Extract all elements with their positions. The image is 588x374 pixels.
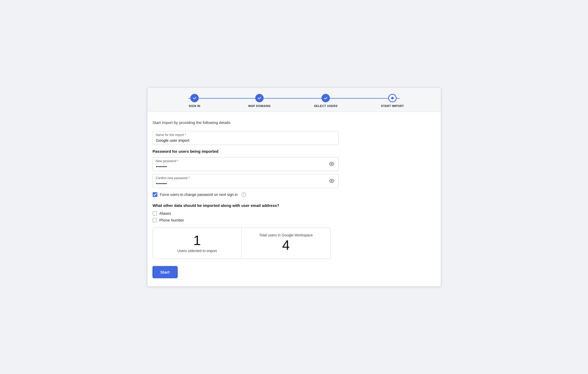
step-circle-map-domains: [255, 94, 264, 102]
page-subtitle: Start import by providing the following …: [153, 120, 432, 125]
password-section-title: Password for users being imported: [153, 149, 432, 154]
aliases-label: Aliases: [159, 211, 171, 216]
phone-label: Phone Number: [159, 218, 184, 222]
step-label-sign-in: SIGN IN: [189, 104, 200, 107]
import-name-input[interactable]: [153, 131, 339, 145]
force-change-row: Force users to change password on next s…: [153, 192, 432, 197]
import-name-field-container: Name for this import *: [153, 131, 339, 145]
confirm-password-input[interactable]: [153, 174, 339, 188]
stepper-line: [188, 98, 400, 99]
password-section: Password for users being imported New pa…: [153, 149, 432, 197]
step-circle-select-users: [321, 94, 330, 102]
checkmark-icon-3: [324, 96, 328, 100]
checkmark-icon: [192, 96, 197, 100]
force-change-checkbox[interactable]: [153, 192, 157, 197]
step-label-start-import: START IMPORT: [381, 104, 404, 107]
svg-point-1: [331, 180, 332, 182]
users-selected-box: 1 Users selected to import: [153, 228, 242, 259]
force-change-label: Force users to change password on next s…: [160, 192, 238, 197]
phone-checkbox-row: Phone Number: [153, 218, 432, 222]
main-window: SIGN IN MAP DOMAINS SELECT USERS: [147, 87, 441, 287]
step-select-users: SELECT USERS: [314, 94, 337, 107]
step-map-domains: MAP DOMAINS: [248, 94, 271, 107]
phone-checkbox[interactable]: [153, 218, 157, 222]
step-sign-in: SIGN IN: [184, 94, 205, 107]
start-button[interactable]: Start: [153, 266, 177, 278]
svg-point-0: [331, 163, 332, 165]
stepper: SIGN IN MAP DOMAINS SELECT USERS: [147, 88, 441, 112]
step-start-import: START IMPORT: [381, 94, 404, 107]
eye-icon-2: [329, 178, 334, 183]
total-users-label: Total users in Google Workspace: [259, 233, 313, 237]
new-password-input[interactable]: [153, 157, 339, 171]
help-icon[interactable]: ?: [241, 192, 246, 197]
step-label-map-domains: MAP DOMAINS: [248, 104, 271, 107]
confirm-password-container: Confirm new password *: [153, 174, 339, 188]
total-users-value: 4: [282, 238, 290, 252]
toggle-new-password-button[interactable]: [328, 160, 335, 168]
step-circle-start-import: [388, 94, 397, 102]
checkmark-icon-2: [257, 96, 262, 100]
content-area: Start import by providing the following …: [147, 112, 441, 286]
new-password-container: New password *: [153, 157, 339, 171]
other-data-title: What other data should be imported along…: [153, 203, 432, 208]
aliases-checkbox[interactable]: [153, 211, 157, 216]
other-data-section: What other data should be imported along…: [153, 203, 432, 222]
aliases-checkbox-row: Aliases: [153, 211, 432, 216]
eye-icon: [329, 161, 334, 166]
step-label-select-users: SELECT USERS: [314, 104, 337, 107]
users-selected-value: 1: [193, 234, 201, 247]
step-circle-sign-in: [190, 94, 199, 102]
toggle-confirm-password-button[interactable]: [328, 177, 335, 185]
users-selected-label: Users selected to import: [177, 249, 217, 253]
total-users-box: Total users in Google Workspace 4: [242, 228, 330, 259]
stats-row: 1 Users selected to import Total users i…: [153, 228, 331, 259]
active-dot: [391, 97, 394, 99]
